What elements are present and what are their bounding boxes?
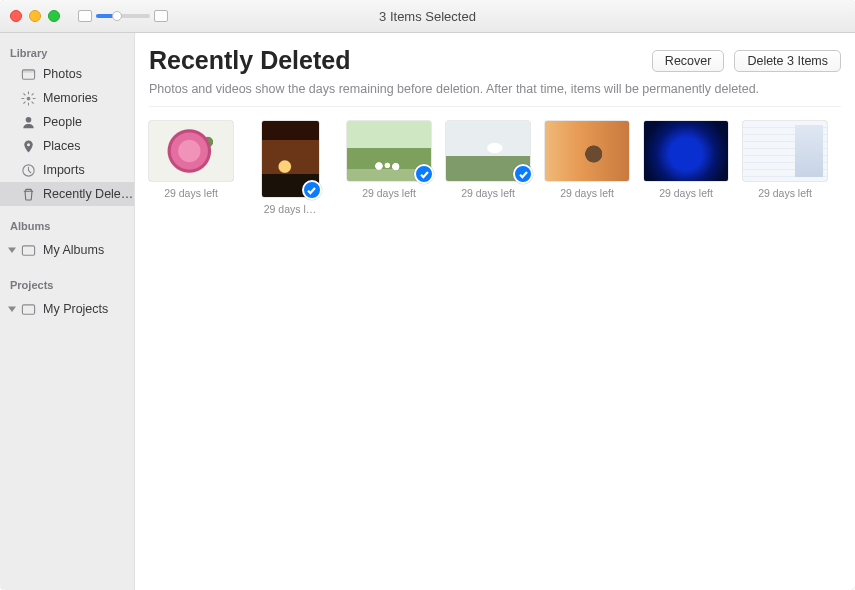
sidebar-item-imports[interactable]: Imports bbox=[0, 158, 134, 182]
people-icon bbox=[20, 114, 36, 130]
sidebar-item-label: Memories bbox=[43, 91, 98, 105]
photo-image bbox=[545, 121, 629, 181]
photo-thumbnail[interactable]: 29 days left bbox=[644, 121, 728, 215]
days-left-label: 29 days left bbox=[362, 187, 416, 199]
sidebar-item-memories[interactable]: Memories bbox=[0, 86, 134, 110]
svg-rect-15 bbox=[22, 304, 34, 313]
photo-grid: 29 days left29 days l…29 days left29 day… bbox=[149, 107, 841, 215]
days-left-label: 29 days left bbox=[560, 187, 614, 199]
sidebar-item-photos[interactable]: Photos bbox=[0, 62, 134, 86]
delete-items-button[interactable]: Delete 3 Items bbox=[734, 50, 841, 72]
sidebar-section-projects: Projects bbox=[0, 275, 134, 294]
sidebar-item-label: People bbox=[43, 115, 82, 129]
close-window-button[interactable] bbox=[10, 10, 22, 22]
sidebar-section-albums: Albums bbox=[0, 216, 134, 235]
sidebar-item-label: Imports bbox=[43, 163, 85, 177]
selected-check-icon bbox=[414, 164, 434, 184]
main-content: Recently Deleted Recover Delete 3 Items … bbox=[135, 33, 855, 590]
sidebar-item-my-projects[interactable]: My Projects bbox=[20, 297, 128, 321]
selected-check-icon bbox=[513, 164, 533, 184]
svg-rect-14 bbox=[22, 245, 34, 254]
disclosure-triangle-icon[interactable] bbox=[7, 304, 17, 314]
photo-thumbnail[interactable]: 29 days left bbox=[446, 121, 530, 215]
photo-image bbox=[644, 121, 728, 181]
days-left-label: 29 days left bbox=[758, 187, 812, 199]
svg-point-11 bbox=[25, 116, 31, 122]
fullscreen-window-button[interactable] bbox=[48, 10, 60, 22]
days-left-label: 29 days left bbox=[164, 187, 218, 199]
imports-icon bbox=[20, 162, 36, 178]
days-left-label: 29 days left bbox=[659, 187, 713, 199]
sidebar: Library Photos Memories People Places Im… bbox=[0, 33, 135, 590]
places-icon bbox=[20, 138, 36, 154]
sidebar-item-label: Photos bbox=[43, 67, 82, 81]
thumbnail-size-control bbox=[78, 10, 168, 22]
sidebar-item-label: Recently Dele… bbox=[43, 187, 133, 201]
sidebar-item-my-albums[interactable]: My Albums bbox=[20, 238, 128, 262]
photo-thumbnail[interactable]: 29 days left bbox=[347, 121, 431, 215]
window-controls bbox=[10, 10, 60, 22]
sidebar-item-places[interactable]: Places bbox=[0, 134, 134, 158]
photos-icon bbox=[20, 66, 36, 82]
svg-line-9 bbox=[31, 93, 33, 95]
svg-line-8 bbox=[31, 101, 33, 103]
sidebar-item-label: My Albums bbox=[43, 243, 104, 257]
minimize-window-button[interactable] bbox=[29, 10, 41, 22]
photo-thumbnail[interactable]: 29 days left bbox=[149, 121, 233, 215]
svg-point-2 bbox=[26, 96, 30, 100]
recover-button[interactable]: Recover bbox=[652, 50, 725, 72]
svg-line-7 bbox=[23, 93, 25, 95]
photo-image bbox=[743, 121, 827, 181]
thumbnail-size-slider[interactable] bbox=[96, 14, 150, 18]
svg-line-10 bbox=[23, 101, 25, 103]
days-left-label: 29 days left bbox=[461, 187, 515, 199]
page-title: Recently Deleted bbox=[149, 46, 350, 75]
trash-icon bbox=[20, 186, 36, 202]
disclosure-triangle-icon[interactable] bbox=[7, 245, 17, 255]
svg-point-12 bbox=[27, 143, 30, 146]
page-subtitle: Photos and videos show the days remainin… bbox=[149, 82, 841, 107]
project-icon bbox=[20, 301, 36, 317]
days-left-label: 29 days l… bbox=[264, 203, 317, 215]
svg-rect-1 bbox=[22, 69, 34, 72]
zoom-in-button[interactable] bbox=[154, 10, 168, 22]
selected-check-icon bbox=[302, 180, 322, 200]
zoom-out-button[interactable] bbox=[78, 10, 92, 22]
sidebar-item-people[interactable]: People bbox=[0, 110, 134, 134]
sidebar-item-recently-deleted[interactable]: Recently Dele… bbox=[0, 182, 134, 206]
titlebar: 3 Items Selected bbox=[0, 0, 855, 33]
photo-thumbnail[interactable]: 29 days left bbox=[545, 121, 629, 215]
album-icon bbox=[20, 242, 36, 258]
sidebar-item-label: Places bbox=[43, 139, 81, 153]
memories-icon bbox=[20, 90, 36, 106]
sidebar-section-library: Library bbox=[0, 43, 134, 62]
photo-image bbox=[149, 121, 233, 181]
sidebar-item-label: My Projects bbox=[43, 302, 108, 316]
photo-thumbnail[interactable]: 29 days left bbox=[743, 121, 827, 215]
photo-thumbnail[interactable]: 29 days l… bbox=[248, 121, 332, 215]
